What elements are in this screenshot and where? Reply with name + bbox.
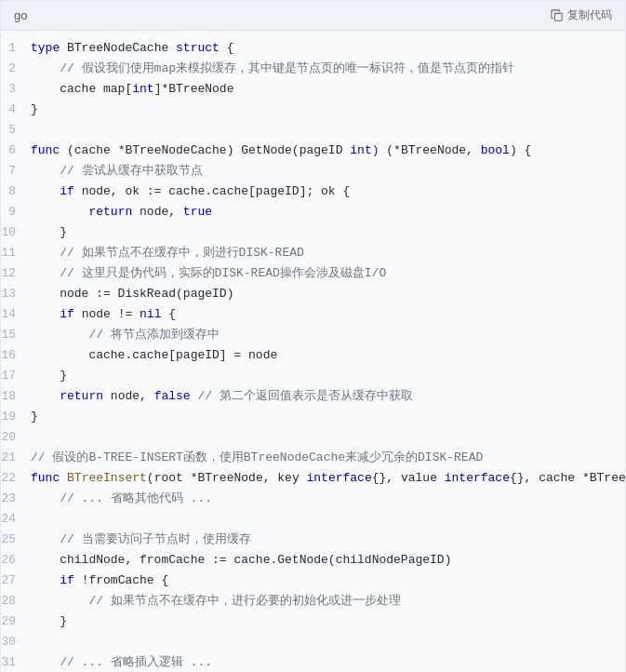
code-line: 5 <box>1 120 625 141</box>
token: (cache *BTreeNodeCache) GetNode(pageID <box>60 143 350 157</box>
line-number: 7 <box>1 161 31 181</box>
token <box>31 307 60 321</box>
line-content: node := DiskRead(pageID) <box>31 284 233 304</box>
token: return <box>60 389 103 403</box>
token: bool <box>481 143 510 157</box>
token: ) { <box>510 143 531 157</box>
line-number: 15 <box>1 325 31 345</box>
line-content: if !fromCache { <box>31 571 168 591</box>
code-line: 9 return node, true <box>1 202 625 222</box>
token: node := DiskRead(pageID) <box>31 287 233 301</box>
line-number: 30 <box>1 632 31 652</box>
token: } <box>31 369 67 383</box>
token: struct <box>176 41 220 55</box>
line-number: 2 <box>1 59 31 79</box>
line-number: 18 <box>1 386 31 407</box>
token: node, <box>132 205 183 219</box>
token: } <box>31 410 38 423</box>
code-line: 31 // ... 省略插入逻辑 ... <box>1 652 625 672</box>
code-block: go 复制代码 1type BTreeNodeCache struct {2 /… <box>0 0 626 672</box>
line-number: 16 <box>1 345 31 366</box>
code-line: 1type BTreeNodeCache struct { <box>1 38 625 59</box>
line-number: 21 <box>1 448 31 468</box>
token: {}, cache *BTreeNod <box>510 471 625 485</box>
line-number: 14 <box>1 304 31 325</box>
line-number: 11 <box>1 243 31 263</box>
line-content: childNode, fromCache := cache.GetNode(ch… <box>31 550 451 571</box>
line-number: 10 <box>1 222 31 243</box>
token: { <box>220 41 234 55</box>
token <box>31 389 60 403</box>
token: { <box>161 307 176 321</box>
token: } <box>31 102 38 116</box>
copy-label: 复制代码 <box>567 7 612 23</box>
line-number: 12 <box>1 263 31 284</box>
line-content: return node, true <box>31 202 212 222</box>
line-number: 20 <box>1 427 31 448</box>
code-line: 24 <box>1 509 625 530</box>
line-number: 25 <box>1 530 31 550</box>
line-number: 24 <box>1 509 31 530</box>
line-content: // 假设的B-TREE-INSERT函数，使用BTreeNodeCache来减… <box>31 448 483 468</box>
line-content <box>31 632 38 652</box>
token: interface <box>307 471 372 485</box>
token: // 尝试从缓存中获取节点 <box>31 164 203 178</box>
line-content: if node != nil { <box>31 304 176 325</box>
line-number: 6 <box>1 141 31 161</box>
token: int <box>132 82 153 96</box>
line-number: 22 <box>1 468 31 489</box>
line-content: // 如果节点不在缓存中，进行必要的初始化或进一步处理 <box>31 591 401 612</box>
code-line: 22func BTreeInsert(root *BTreeNode, key … <box>1 468 625 489</box>
token: if <box>60 184 74 198</box>
code-line: 12 // 这里只是伪代码，实际的DISK-READ操作会涉及磁盘I/O <box>1 263 625 284</box>
token: false <box>154 389 191 403</box>
token: // 第二个返回值表示是否从缓存中获取 <box>191 389 413 403</box>
line-content: // 如果节点不在缓存中，则进行DISK-READ <box>31 243 304 263</box>
token: } <box>31 225 67 239</box>
token: node, ok := cache.cache[pageID]; ok { <box>74 184 350 198</box>
line-number: 1 <box>1 38 31 59</box>
line-content <box>31 509 38 530</box>
line-number: 26 <box>1 550 31 571</box>
token: if <box>60 573 74 587</box>
line-number: 8 <box>1 181 31 202</box>
svg-rect-0 <box>554 13 562 20</box>
token: // 如果节点不在缓存中，则进行DISK-READ <box>31 246 304 260</box>
code-line: 4} <box>1 100 625 120</box>
line-number: 9 <box>1 202 31 222</box>
code-header: go 复制代码 <box>1 1 625 31</box>
line-number: 28 <box>1 591 31 612</box>
line-number: 5 <box>1 120 31 141</box>
token: nil <box>140 307 161 321</box>
code-line: 28 // 如果节点不在缓存中，进行必要的初始化或进一步处理 <box>1 591 625 612</box>
token: (root *BTreeNode, key <box>147 471 307 485</box>
token: // 将节点添加到缓存中 <box>31 328 220 342</box>
token: !fromCache { <box>74 573 168 587</box>
code-line: 16 cache.cache[pageID] = node <box>1 345 625 366</box>
line-number: 4 <box>1 100 31 120</box>
line-content: } <box>31 612 67 632</box>
line-content: } <box>31 407 38 427</box>
code-line: 21// 假设的B-TREE-INSERT函数，使用BTreeNodeCache… <box>1 448 625 468</box>
code-body: 1type BTreeNodeCache struct {2 // 假设我们使用… <box>1 31 625 672</box>
line-content: // 这里只是伪代码，实际的DISK-READ操作会涉及磁盘I/O <box>31 263 386 284</box>
token <box>31 573 60 587</box>
token <box>31 205 88 219</box>
line-number: 17 <box>1 366 31 386</box>
token: ]*BTreeNode <box>154 82 234 96</box>
token: // ... 省略插入逻辑 ... <box>31 655 212 669</box>
token: // ... 省略其他代码 ... <box>31 491 212 505</box>
token: ) (*BTreeNode, <box>372 143 481 157</box>
line-content: } <box>31 222 67 243</box>
code-line: 23 // ... 省略其他代码 ... <box>1 489 625 509</box>
line-content: // 当需要访问子节点时，使用缓存 <box>31 530 251 550</box>
line-number: 29 <box>1 612 31 632</box>
line-content <box>31 427 38 448</box>
code-line: 7 // 尝试从缓存中获取节点 <box>1 161 625 181</box>
code-line: 27 if !fromCache { <box>1 571 625 591</box>
line-number: 23 <box>1 489 31 509</box>
copy-button[interactable]: 复制代码 <box>551 7 612 23</box>
code-line: 15 // 将节点添加到缓存中 <box>1 325 625 345</box>
token: node != <box>74 307 140 321</box>
code-line: 30 <box>1 632 625 652</box>
